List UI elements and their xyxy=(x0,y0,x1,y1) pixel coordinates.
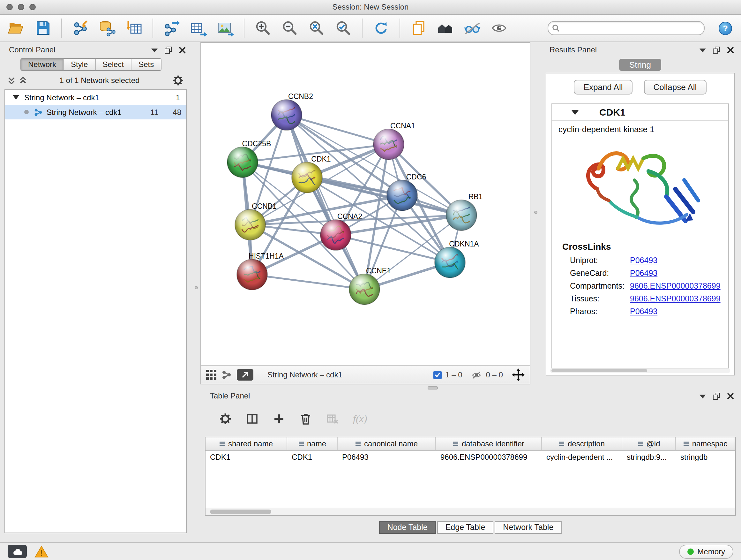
zoom-out-button[interactable] xyxy=(279,17,300,39)
delete-table-icon-disabled[interactable] xyxy=(326,413,339,425)
network-share-icon xyxy=(34,108,43,117)
import-network-database-button[interactable] xyxy=(96,17,118,39)
search-input[interactable] xyxy=(563,22,700,34)
network-node-CDKN1A[interactable] xyxy=(434,247,465,278)
delete-trash-icon[interactable] xyxy=(299,413,312,425)
collapse-all-icon[interactable] xyxy=(8,77,15,84)
collection-expander-icon[interactable] xyxy=(13,95,19,100)
import-table-button[interactable] xyxy=(123,17,145,39)
hidden-eye-slash-icon[interactable] xyxy=(471,370,482,380)
panel-menu-icon[interactable] xyxy=(699,394,706,399)
toggle-graphics-details-button[interactable] xyxy=(461,17,483,39)
tab-edge-table[interactable]: Edge Table xyxy=(437,521,494,534)
results-scrollbar[interactable] xyxy=(550,368,730,373)
network-canvas[interactable]: CCNB2CCNA1CDC25BCDK1CDC6RB1CCNB1CCNA2CDK… xyxy=(201,43,530,367)
zoom-fit-button[interactable] xyxy=(306,17,327,39)
bottom-splitter-handle[interactable] xyxy=(428,386,438,389)
network-node-CDC25B[interactable] xyxy=(227,147,258,178)
help-button[interactable]: ? xyxy=(719,21,732,35)
panel-menu-icon[interactable] xyxy=(151,48,158,53)
toolbar-separator xyxy=(244,18,245,38)
left-splitter-handle[interactable] xyxy=(195,286,198,289)
save-session-button[interactable] xyxy=(32,17,54,39)
table-settings-gear-icon[interactable] xyxy=(219,413,232,425)
tab-select[interactable]: Select xyxy=(95,59,131,70)
add-column-plus-icon[interactable] xyxy=(273,413,285,425)
home-view-button[interactable] xyxy=(434,17,456,39)
expand-all-icon[interactable] xyxy=(19,77,27,84)
crosslink-compartments[interactable]: 9606.ENSP00000378699 xyxy=(630,282,721,291)
crosslink-row: Tissues:9606.ENSP00000378699 xyxy=(552,293,728,305)
duplicate-pages-button[interactable] xyxy=(408,17,429,39)
crosslink-uniprot[interactable]: P06493 xyxy=(630,256,657,265)
column-header-shared-name[interactable]: shared name xyxy=(205,437,287,450)
panel-float-icon[interactable] xyxy=(713,47,720,54)
column-header-namespace[interactable]: namespac xyxy=(676,437,735,450)
collapse-all-button[interactable]: Collapse All xyxy=(644,80,706,95)
export-table-button[interactable] xyxy=(188,17,209,39)
tab-network[interactable]: Network xyxy=(21,59,63,70)
table-horizontal-scrollbar[interactable] xyxy=(205,508,735,515)
table-tabs: Node Table Edge Table Network Table xyxy=(204,521,737,534)
panel-close-icon[interactable] xyxy=(179,47,186,54)
results-tab-string[interactable]: String xyxy=(619,59,661,71)
birdseye-grid-icon[interactable] xyxy=(206,370,216,380)
export-network-button[interactable] xyxy=(161,17,183,39)
cell-description: cyclin-dependent ... xyxy=(542,451,622,463)
memory-button[interactable]: Memory xyxy=(679,544,733,558)
zoom-selected-button[interactable] xyxy=(333,17,354,39)
pan-move-icon[interactable] xyxy=(512,368,525,381)
panel-float-icon[interactable] xyxy=(713,393,720,400)
network-node-HIST1H1A[interactable] xyxy=(237,259,267,290)
panel-float-icon[interactable] xyxy=(165,47,172,54)
gene-expander-icon[interactable] xyxy=(571,110,579,115)
panel-close-icon[interactable] xyxy=(727,47,734,54)
table-row[interactable]: CDK1 CDK1 P06493 9606.ENSP00000378699 cy… xyxy=(205,451,735,463)
network-node-CCNB2[interactable] xyxy=(271,100,302,130)
export-image-button[interactable] xyxy=(214,17,236,39)
column-type-icon xyxy=(355,441,361,447)
cloud-button[interactable] xyxy=(8,545,27,558)
warning-icon[interactable] xyxy=(35,545,49,558)
panel-close-icon[interactable] xyxy=(727,393,734,400)
column-type-icon xyxy=(559,441,565,447)
network-node-CCNA2[interactable] xyxy=(320,220,351,250)
crosslink-tissues[interactable]: 9606.ENSP00000378699 xyxy=(630,294,721,303)
network-node-CDC6[interactable] xyxy=(387,180,417,211)
column-header-name[interactable]: name xyxy=(287,437,338,450)
cell-canonical-name: P06493 xyxy=(338,451,436,463)
apply-layout-button[interactable] xyxy=(370,17,392,39)
network-node-CDK1[interactable] xyxy=(292,162,322,193)
network-node-RB1[interactable] xyxy=(446,200,477,231)
network-collection-row[interactable]: String Network – cdk1 1 xyxy=(5,90,186,105)
tab-sets[interactable]: Sets xyxy=(131,59,161,70)
tab-style[interactable]: Style xyxy=(63,59,95,70)
column-type-icon xyxy=(219,441,226,447)
show-hide-button[interactable] xyxy=(488,17,510,39)
open-session-button[interactable] xyxy=(5,17,27,39)
expand-all-button[interactable]: Expand All xyxy=(574,80,632,95)
network-node-CCNE1[interactable] xyxy=(349,274,380,305)
selection-checkbox[interactable] xyxy=(433,371,441,379)
show-columns-icon[interactable] xyxy=(246,413,259,425)
network-bullet-icon xyxy=(24,110,29,114)
network-row-selected[interactable]: String Network – cdk1 11 48 xyxy=(5,105,186,119)
tab-network-table[interactable]: Network Table xyxy=(495,521,562,534)
import-network-file-button[interactable] xyxy=(70,17,91,39)
column-header-canonical-name[interactable]: canonical name xyxy=(338,437,436,450)
network-options-gear-icon[interactable] xyxy=(172,75,184,86)
column-header-database-identifier[interactable]: database identifier xyxy=(436,437,542,450)
right-splitter-handle[interactable] xyxy=(534,211,537,214)
panel-menu-icon[interactable] xyxy=(699,48,706,53)
detach-view-button[interactable] xyxy=(237,369,253,381)
crosslink-genecard[interactable]: P06493 xyxy=(630,269,657,278)
overview-share-icon[interactable] xyxy=(221,370,232,380)
crosslink-pharos[interactable]: P06493 xyxy=(630,307,657,316)
column-header-id[interactable]: @id xyxy=(622,437,676,450)
network-node-CCNA1[interactable] xyxy=(374,129,404,160)
zoom-in-button[interactable] xyxy=(252,17,274,39)
network-node-CCNB1[interactable] xyxy=(235,209,266,240)
function-builder-fx[interactable]: f(x) xyxy=(353,413,367,425)
column-header-description[interactable]: description xyxy=(542,437,622,450)
tab-node-table[interactable]: Node Table xyxy=(379,521,436,534)
